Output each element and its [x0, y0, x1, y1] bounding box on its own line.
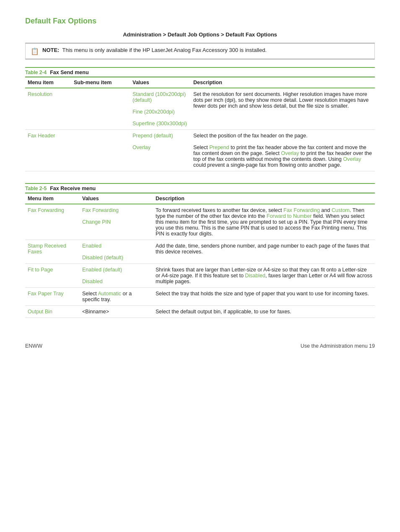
- desc-fax-forwarding: To forward received faxes to another fax…: [153, 204, 375, 240]
- table2-label: Table 2-5: [25, 186, 47, 191]
- desc-resolution: Set the resolution for sent documents. H…: [191, 88, 375, 130]
- menu-item-fax-forwarding: Fax Forwarding: [25, 204, 80, 240]
- menu-item-stamp-received: Stamp Received Faxes: [25, 240, 80, 264]
- note-box: 📋 NOTE: This menu is only available if t…: [25, 43, 375, 59]
- note-label: NOTE:: [42, 47, 59, 53]
- menu-item-fit-to-page: Fit to Page: [25, 264, 80, 288]
- note-text-content: This menu is only available if the HP La…: [62, 47, 267, 53]
- breadcrumb: Administration > Default Job Options > D…: [25, 31, 375, 38]
- table-row: Stamp Received Faxes Enabled Disabled (d…: [25, 240, 375, 264]
- desc-output-bin: Select the default output bin, if applic…: [153, 306, 375, 318]
- menu-item-fax-paper-tray: Fax Paper Tray: [25, 288, 80, 306]
- table-row: Fit to Page Enabled (default) Disabled S…: [25, 264, 375, 288]
- table1-col-sub: Sub-menu item: [71, 77, 130, 88]
- table1-col-values: Values: [130, 77, 191, 88]
- desc-stamp-received: Add the date, time, senders phone number…: [153, 240, 375, 264]
- fax-receive-menu-section: Table 2-5 Fax Receive menu Menu item Val…: [25, 183, 375, 318]
- table-row: Output Bin <Binname> Select the default …: [25, 306, 375, 318]
- note-content: NOTE: This menu is only available if the…: [42, 47, 267, 53]
- table2-name: Fax Receive menu: [50, 186, 96, 191]
- sub-menu-resolution: [71, 88, 130, 130]
- values-output-bin: <Binname>: [80, 306, 153, 318]
- values-fax-header: Prepend (default) Overlay: [130, 130, 191, 171]
- desc-fax-header: Select the position of the fax header on…: [191, 130, 375, 171]
- table-row: Fax Header Prepend (default) Overlay Sel…: [25, 130, 375, 171]
- note-icon: 📋: [31, 47, 39, 55]
- table-row: Resolution Standard (100x200dpi) (defaul…: [25, 88, 375, 130]
- table2-header-row: Menu item Values Description: [25, 193, 375, 204]
- values-resolution: Standard (100x200dpi) (default) Fine (20…: [130, 88, 191, 130]
- footer-right: Use the Administration menu 19: [301, 343, 375, 349]
- table1-title-row: Table 2-4 Fax Send menu: [25, 67, 375, 77]
- table1-header-row: Menu item Sub-menu item Values Descripti…: [25, 77, 375, 88]
- desc-fax-paper-tray: Select the tray that holds the size and …: [153, 288, 375, 306]
- footer: ENWW Use the Administration menu 19: [25, 343, 375, 349]
- table1-col-desc: Description: [191, 77, 375, 88]
- fax-receive-table: Menu item Values Description Fax Forward…: [25, 193, 375, 318]
- footer-left: ENWW: [25, 343, 42, 349]
- table-row: Fax Paper Tray Select Automatic or a spe…: [25, 288, 375, 306]
- fax-send-menu-section: Table 2-4 Fax Send menu Menu item Sub-me…: [25, 67, 375, 171]
- table1-name: Fax Send menu: [50, 70, 88, 75]
- menu-item-resolution: Resolution: [25, 88, 71, 130]
- table2-col-menu: Menu item: [25, 193, 80, 204]
- table2-col-values: Values: [80, 193, 153, 204]
- table1-label: Table 2-4: [25, 70, 47, 75]
- fax-send-table: Menu item Sub-menu item Values Descripti…: [25, 77, 375, 171]
- table2-col-desc: Description: [153, 193, 375, 204]
- table1-col-menu: Menu item: [25, 77, 71, 88]
- values-fax-paper-tray: Select Automatic or a specific tray.: [80, 288, 153, 306]
- sub-menu-fax-header: [71, 130, 130, 171]
- page-title: Default Fax Options: [25, 17, 375, 26]
- desc-fit-to-page: Shrink faxes that are larger than Letter…: [153, 264, 375, 288]
- menu-item-output-bin: Output Bin: [25, 306, 80, 318]
- values-stamp-received: Enabled Disabled (default): [80, 240, 153, 264]
- menu-item-fax-header: Fax Header: [25, 130, 71, 171]
- values-fit-to-page: Enabled (default) Disabled: [80, 264, 153, 288]
- values-fax-forwarding: Fax Forwarding Change PIN: [80, 204, 153, 240]
- table2-title-row: Table 2-5 Fax Receive menu: [25, 183, 375, 193]
- table-row: Fax Forwarding Fax Forwarding Change PIN…: [25, 204, 375, 240]
